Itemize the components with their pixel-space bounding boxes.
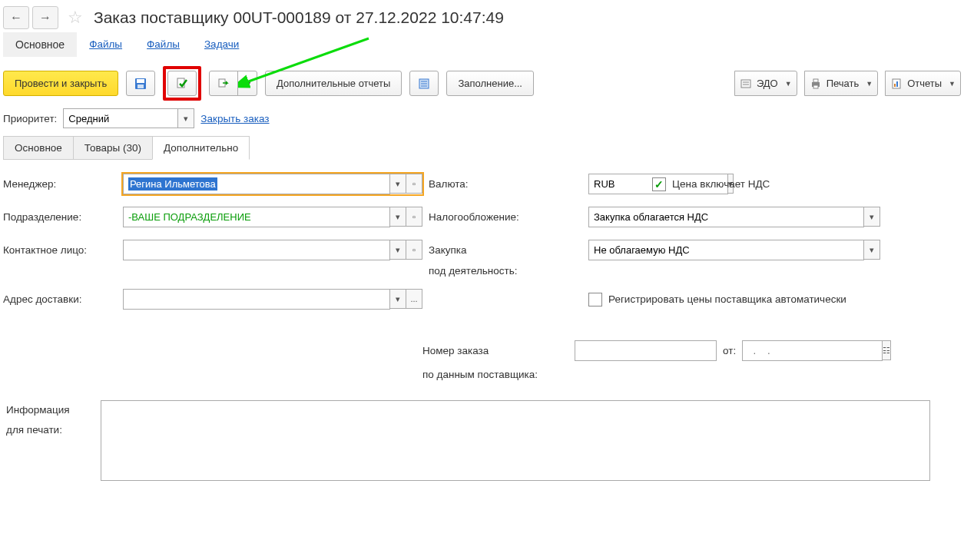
reports-icon xyxy=(890,78,903,90)
page-title: Заказ поставщику 00UT-000189 от 27.12.20… xyxy=(94,8,504,27)
print-label: Печать xyxy=(827,78,860,89)
manager-dropdown[interactable]: ▾ xyxy=(389,174,406,194)
price-includes-vat-checkbox[interactable]: ✓ xyxy=(652,177,666,191)
edo-icon xyxy=(740,78,752,90)
info-label-1: Информация xyxy=(6,400,94,420)
arrow-right-icon: → xyxy=(39,11,51,25)
address-dropdown[interactable]: ▾ xyxy=(389,289,406,309)
open-icon: ▫ xyxy=(412,245,416,254)
order-date-picker[interactable]: ☷ xyxy=(882,340,891,360)
priority-dropdown[interactable]: ▾ xyxy=(177,108,194,128)
address-label: Адрес доставки: xyxy=(3,293,117,305)
edo-button[interactable]: ЭДО ▼ xyxy=(734,71,797,96)
topnav-main[interactable]: Основное xyxy=(3,32,77,57)
manager-value: Регина Ильметова xyxy=(128,177,217,191)
tab-main[interactable]: Основное xyxy=(3,136,74,160)
order-date-input[interactable] xyxy=(742,340,883,361)
printer-icon xyxy=(810,78,822,90)
post-and-close-button[interactable]: Провести и закрыть xyxy=(3,71,118,96)
address-more[interactable]: ... xyxy=(406,289,422,309)
topnav-files-1[interactable]: Файлы xyxy=(77,32,134,57)
address-input[interactable] xyxy=(123,289,390,310)
chevron-down-icon: ▼ xyxy=(866,80,873,88)
manager-open[interactable]: ▫ xyxy=(406,174,422,194)
create-based-group: ▼ xyxy=(209,71,257,96)
star-icon[interactable]: ☆ xyxy=(65,7,86,28)
manager-input[interactable]: Регина Ильметова xyxy=(123,174,390,194)
reports-button[interactable]: Отчеты ▼ xyxy=(885,71,961,96)
chevron-down-icon: ▼ xyxy=(949,80,956,88)
post-button[interactable] xyxy=(167,71,197,96)
topnav-tasks[interactable]: Задачи xyxy=(192,32,251,57)
fill-button[interactable]: Заполнение... xyxy=(446,71,534,96)
contact-label: Контактное лицо: xyxy=(3,244,117,256)
department-open[interactable]: ▫ xyxy=(406,207,422,227)
auto-prices-checkbox[interactable]: ✓ xyxy=(588,293,602,307)
from-label: от: xyxy=(723,345,736,356)
create-based-dropdown[interactable]: ▼ xyxy=(237,71,257,96)
close-order-link[interactable]: Закрыть заказ xyxy=(200,113,269,124)
additional-reports-button[interactable]: Дополнительные отчеты xyxy=(265,71,402,96)
contact-dropdown[interactable]: ▾ xyxy=(389,240,406,260)
taxation-input[interactable] xyxy=(588,207,864,227)
svg-rect-18 xyxy=(896,81,898,87)
create-based-button[interactable] xyxy=(209,71,238,96)
open-icon: ▫ xyxy=(412,212,416,221)
priority-label: Приоритет: xyxy=(3,113,57,124)
svg-rect-15 xyxy=(813,85,818,88)
nav-back-button[interactable]: ← xyxy=(3,6,29,29)
department-input[interactable]: -ВАШЕ ПОДРАЗДЕЛЕНИЕ xyxy=(123,207,390,227)
open-icon: ▫ xyxy=(412,179,416,188)
order-num-label: Номер заказа xyxy=(422,345,568,356)
floppy-icon xyxy=(134,78,147,90)
supplier-data-label: по данным поставщика: xyxy=(3,369,961,380)
auto-prices-label: Регистрировать цены поставщика автоматич… xyxy=(608,293,846,305)
chevron-down-icon: ▾ xyxy=(184,114,188,124)
order-num-input[interactable] xyxy=(575,340,717,361)
purchase-label-1: Закупка xyxy=(429,244,582,256)
list-button[interactable] xyxy=(409,71,439,96)
tab-additional[interactable]: Дополнительно xyxy=(152,136,250,160)
arrow-left-icon: ← xyxy=(10,11,22,25)
currency-label: Валюта: xyxy=(429,178,582,190)
contact-input[interactable] xyxy=(123,240,390,260)
nav-forward-button[interactable]: → xyxy=(32,6,58,29)
purchase-dropdown[interactable]: ▾ xyxy=(863,240,880,260)
post-document-icon xyxy=(176,78,188,90)
highlight-post-button xyxy=(163,66,201,101)
list-icon xyxy=(418,78,430,90)
department-dropdown[interactable]: ▾ xyxy=(389,207,406,227)
manager-label: Менеджер: xyxy=(3,178,117,190)
info-label-2: для печати: xyxy=(6,420,94,440)
department-value: -ВАШЕ ПОДРАЗДЕЛЕНИЕ xyxy=(128,211,251,223)
topnav-files-2[interactable]: Файлы xyxy=(134,32,192,57)
priority-input[interactable] xyxy=(63,108,178,128)
department-label: Подразделение: xyxy=(3,211,117,223)
taxation-dropdown[interactable]: ▾ xyxy=(863,207,880,227)
link-document-icon xyxy=(217,78,230,90)
purchase-label-2: под деятельность: xyxy=(429,265,582,277)
chevron-down-icon: ▼ xyxy=(785,80,792,88)
svg-rect-17 xyxy=(894,84,896,87)
svg-rect-2 xyxy=(137,79,144,83)
tab-goods[interactable]: Товары (30) xyxy=(73,136,153,160)
chevron-down-icon: ▼ xyxy=(245,80,252,88)
taxation-label: Налогообложение: xyxy=(429,211,582,223)
svg-rect-14 xyxy=(813,79,818,82)
contact-open[interactable]: ▫ xyxy=(406,240,422,260)
svg-rect-10 xyxy=(741,80,750,88)
edo-label: ЭДО xyxy=(757,78,778,89)
purchase-input[interactable] xyxy=(588,240,864,260)
print-button[interactable]: Печать ▼ xyxy=(804,71,879,96)
calendar-icon: ☷ xyxy=(883,346,890,356)
info-textarea[interactable] xyxy=(101,400,930,481)
manager-field: Регина Ильметова ▾ ▫ xyxy=(123,174,422,194)
reports-label: Отчеты xyxy=(907,78,942,89)
svg-rect-3 xyxy=(137,84,144,88)
price-includes-vat-label: Цена включает НДС xyxy=(672,178,770,190)
save-button[interactable] xyxy=(126,71,155,96)
